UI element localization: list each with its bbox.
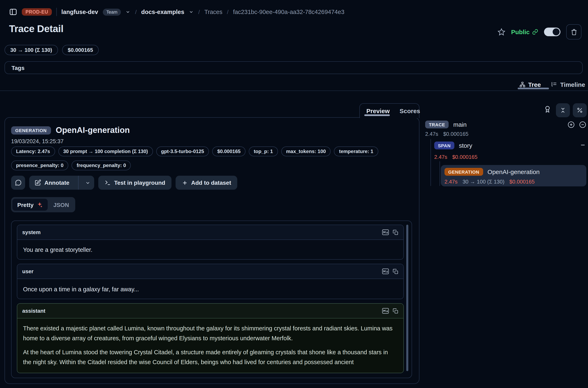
annotate-label: Annotate (45, 179, 69, 186)
format-toggle: Pretty JSON (11, 197, 75, 212)
breadcrumb-separator: / (227, 9, 229, 15)
header-actions: Public (498, 24, 581, 40)
token-pill[interactable]: 30 prompt → 100 completion (Σ 130) (58, 146, 153, 156)
tab-scores[interactable]: Scores (400, 107, 420, 114)
edit-icon (35, 179, 41, 186)
message-content: Once upon a time in a galaxy far, far aw… (17, 279, 403, 299)
tree-node-span[interactable]: SPAN story (434, 142, 472, 149)
org-chevron-down-icon[interactable] (126, 9, 131, 14)
sparkles-icon (36, 202, 43, 208)
toggle-knob (553, 28, 560, 35)
add-to-dataset-label: Add to dataset (191, 179, 231, 186)
trace-name: main (453, 121, 467, 128)
tabs-divider-line (0, 91, 588, 91)
markdown-toggle-icon[interactable] (382, 268, 389, 274)
tags-container[interactable]: Tags (4, 61, 583, 74)
terminal-icon (104, 179, 111, 186)
tab-preview-active-indicator (364, 114, 390, 116)
generation-timestamp: 19/03/2024, 15:25:37 (11, 138, 64, 145)
collapse-vertical-button[interactable] (556, 103, 570, 117)
span-cost: $0.000165 (452, 154, 478, 160)
markdown-toggle-icon[interactable] (382, 229, 389, 235)
award-icon[interactable] (543, 105, 551, 113)
message-assistant: assistant There existed a majestic plane… (17, 303, 404, 373)
tab-preview[interactable]: Preview (366, 107, 390, 114)
sidebar-toggle-icon[interactable] (9, 8, 17, 16)
project-chevron-down-icon[interactable] (189, 9, 194, 14)
temperature-pill[interactable]: temperature: 1 (334, 146, 378, 156)
comment-button[interactable] (11, 176, 25, 190)
breadcrumb-separator: / (135, 9, 137, 15)
breadcrumb-separator: / (198, 9, 200, 15)
public-toggle[interactable] (544, 27, 561, 36)
breadcrumb-divider (56, 8, 57, 16)
trace-metrics: 2.47s $0.000165 (425, 131, 469, 137)
public-label: Public (511, 28, 530, 35)
span-badge: SPAN (434, 142, 454, 149)
generation-header: GENERATION OpenAI-generation (11, 125, 130, 135)
breadcrumb-trace-id: fac231bc-90ee-490a-aa32-78c4269474e3 (233, 9, 344, 15)
trace-latency: 2.47s (425, 131, 438, 137)
collapse-node-icon[interactable] (580, 142, 586, 148)
message-role: user (22, 268, 34, 274)
messages-scrollbar[interactable] (406, 225, 408, 371)
fold-vertical-icon (560, 107, 566, 114)
playground-label: Test in playground (114, 179, 165, 186)
tree-connector-line (430, 139, 431, 186)
breadcrumb-traces-link[interactable]: Traces (204, 9, 223, 15)
tab-tree-label: Tree (528, 81, 541, 88)
format-pretty-option[interactable]: Pretty (12, 199, 47, 211)
tab-timeline[interactable]: Timeline (551, 81, 585, 88)
message-role: system (22, 229, 41, 235)
assistant-paragraph-2: At the heart of Lumina stood the towerin… (23, 347, 398, 367)
chevron-down-icon (85, 180, 90, 185)
model-pill[interactable]: gpt-3.5-turbo-0125 (156, 146, 209, 156)
cost-pill[interactable]: $0.000165 (62, 45, 99, 55)
star-icon[interactable] (498, 28, 505, 36)
max-tokens-pill[interactable]: max_tokens: 100 (281, 146, 331, 156)
presence-penalty-pill[interactable]: presence_penalty: 0 (11, 160, 68, 170)
tree-node-generation[interactable]: GENERATION OpenAI-generation (445, 168, 540, 176)
span-latency: 2.47s (434, 154, 447, 160)
public-link-icon[interactable] (532, 29, 538, 35)
tree-node-trace[interactable]: TRACE main (425, 121, 467, 128)
generation-badge: GENERATION (445, 168, 483, 176)
add-to-dataset-button[interactable]: Add to dataset (176, 176, 237, 190)
cost-pill[interactable]: $0.000165 (212, 146, 246, 156)
project-name[interactable]: docs-examples (141, 9, 184, 15)
generation-name: OpenAI-generation (487, 168, 540, 175)
message-role: assistant (22, 308, 45, 314)
frequency-penalty-pill[interactable]: frequency_penalty: 0 (72, 160, 131, 170)
generation-title: OpenAI-generation (56, 125, 130, 135)
delete-trace-button[interactable] (566, 24, 581, 40)
environment-badge: PROD-EU (22, 8, 52, 16)
message-user: user Once upon a time in a galaxy far, f… (17, 264, 404, 299)
pretty-label: Pretty (17, 201, 34, 208)
org-name[interactable]: langfuse-dev (61, 9, 98, 15)
format-json-option[interactable]: JSON (48, 201, 74, 208)
tab-tree-active-indicator (518, 88, 549, 89)
generation-metrics: 2.47s 30 → 100 (Σ 130) $0.000165 (445, 179, 535, 185)
copy-icon[interactable] (393, 229, 398, 235)
tree-connector-line (440, 161, 440, 186)
trace-detail-page: { "breadcrumb": { "sep": "/", "env_badge… (0, 0, 588, 388)
collapse-all-icon[interactable] (579, 121, 586, 128)
span-metrics: 2.47s $0.000165 (434, 154, 478, 160)
annotate-dropdown[interactable] (82, 176, 94, 190)
test-in-playground-button[interactable]: Test in playground (98, 176, 171, 190)
expand-all-icon[interactable] (567, 121, 575, 128)
button-divider (78, 176, 78, 190)
percent-view-button[interactable] (573, 103, 587, 117)
timeline-icon (551, 81, 557, 88)
token-usage-pill[interactable]: 30 → 100 (Σ 130) (4, 45, 58, 55)
annotate-button[interactable]: Annotate (29, 176, 75, 190)
latency-pill[interactable]: Latency: 2.47s (11, 146, 55, 156)
tree-icon (519, 81, 525, 87)
markdown-toggle-icon[interactable] (382, 308, 389, 314)
copy-icon[interactable] (393, 268, 398, 274)
top-p-pill[interactable]: top_p: 1 (249, 146, 278, 156)
plus-icon (182, 180, 188, 186)
tab-tree[interactable]: Tree (519, 81, 541, 88)
copy-icon[interactable] (393, 308, 398, 314)
tags-label: Tags (12, 64, 24, 71)
